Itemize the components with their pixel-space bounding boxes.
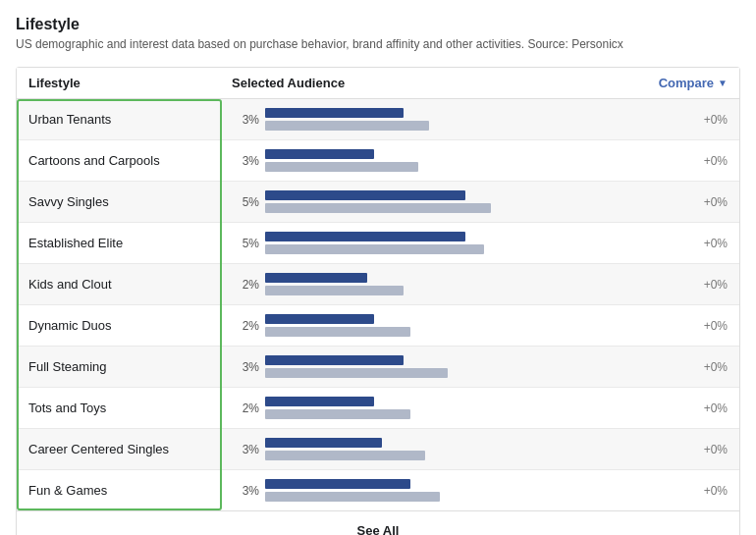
table-body: Urban Tenants 3% +0% Cartoons and Carpoo… (17, 99, 739, 510)
compare-bar (265, 327, 410, 337)
compare-value: +0% (629, 237, 728, 250)
percentage-label: 3% (232, 154, 259, 168)
lifestyle-table: Lifestyle Selected Audience Compare ▼ Ur… (16, 67, 740, 535)
bar-container (265, 232, 629, 254)
bar-container (265, 438, 629, 460)
bar-container (265, 314, 629, 337)
percentage-label: 5% (232, 195, 259, 209)
row-data: 3% (232, 149, 629, 172)
see-all-row: See All (17, 510, 739, 535)
page-container: Lifestyle US demographic and interest da… (0, 0, 756, 535)
table-header: Lifestyle Selected Audience Compare ▼ (17, 68, 739, 99)
compare-value: +0% (629, 360, 728, 374)
percentage-label: 2% (232, 401, 259, 415)
selected-audience-bar (265, 232, 465, 241)
compare-value: +0% (629, 278, 728, 292)
percentage-label: 3% (232, 360, 259, 374)
lifestyle-name: Savvy Singles (28, 194, 232, 209)
selected-audience-bar (265, 397, 374, 406)
compare-bar (265, 121, 429, 131)
lifestyle-name: Fun & Games (28, 483, 232, 498)
selected-audience-bar (265, 273, 367, 283)
bar-container (265, 273, 629, 295)
compare-bar (265, 203, 491, 213)
bar-container (265, 190, 629, 213)
bar-container (265, 355, 629, 378)
compare-button[interactable]: Compare ▼ (629, 76, 728, 90)
row-data: 3% (232, 438, 629, 460)
see-all-button[interactable]: See All (357, 523, 400, 535)
selected-audience-bar (265, 149, 374, 159)
compare-value: +0% (629, 401, 728, 415)
lifestyle-name: Kids and Clout (28, 277, 232, 292)
selected-audience-bar (265, 108, 404, 118)
lifestyle-name: Cartoons and Carpools (28, 153, 232, 168)
lifestyle-name: Career Centered Singles (28, 442, 232, 456)
table-row: Fun & Games 3% +0% (17, 470, 739, 510)
percentage-label: 2% (232, 319, 259, 333)
percentage-label: 3% (232, 113, 259, 127)
rows-wrapper: Urban Tenants 3% +0% Cartoons and Carpoo… (17, 99, 739, 510)
row-data: 3% (232, 479, 629, 502)
page-subtitle: US demographic and interest data based o… (16, 37, 740, 51)
table-row: Established Elite 5% +0% (17, 223, 739, 264)
percentage-label: 5% (232, 237, 259, 250)
table-row: Career Centered Singles 3% +0% (17, 429, 739, 470)
percentage-label: 3% (232, 484, 259, 498)
compare-bar (265, 451, 425, 460)
compare-bar (265, 409, 410, 419)
table-row: Full Steaming 3% +0% (17, 347, 739, 388)
compare-value: +0% (629, 195, 728, 209)
compare-value: +0% (629, 319, 728, 333)
col-header-audience: Selected Audience (232, 76, 629, 90)
table-row: Cartoons and Carpools 3% +0% (17, 140, 739, 182)
compare-bar (265, 368, 448, 378)
row-data: 2% (232, 273, 629, 295)
table-row: Kids and Clout 2% +0% (17, 264, 739, 305)
lifestyle-name: Established Elite (28, 236, 232, 250)
bar-container (265, 108, 629, 131)
compare-bar (265, 286, 404, 295)
percentage-label: 2% (232, 278, 259, 292)
bar-container (265, 397, 629, 419)
lifestyle-name: Full Steaming (28, 359, 232, 374)
row-data: 3% (232, 108, 629, 131)
selected-audience-bar (265, 190, 465, 200)
lifestyle-name: Dynamic Duos (28, 318, 232, 333)
compare-bar (265, 492, 440, 502)
bar-container (265, 479, 629, 502)
selected-audience-bar (265, 479, 410, 489)
compare-value: +0% (629, 443, 728, 456)
table-row: Tots and Toys 2% +0% (17, 388, 739, 429)
row-data: 2% (232, 397, 629, 419)
row-data: 5% (232, 190, 629, 213)
compare-bar (265, 162, 418, 172)
table-row: Dynamic Duos 2% +0% (17, 305, 739, 347)
bar-container (265, 149, 629, 172)
selected-audience-bar (265, 314, 374, 324)
percentage-label: 3% (232, 443, 259, 456)
row-data: 2% (232, 314, 629, 337)
compare-value: +0% (629, 113, 728, 127)
table-row: Urban Tenants 3% +0% (17, 99, 739, 140)
compare-value: +0% (629, 484, 728, 498)
compare-bar (265, 244, 484, 254)
row-data: 5% (232, 232, 629, 254)
chevron-down-icon: ▼ (718, 78, 728, 88)
lifestyle-name: Urban Tenants (28, 112, 232, 127)
selected-audience-bar (265, 355, 404, 365)
lifestyle-name: Tots and Toys (28, 401, 232, 415)
table-row: Savvy Singles 5% +0% (17, 182, 739, 223)
row-data: 3% (232, 355, 629, 378)
selected-audience-bar (265, 438, 382, 448)
page-title: Lifestyle (16, 16, 740, 33)
compare-value: +0% (629, 154, 728, 168)
col-header-lifestyle: Lifestyle (28, 76, 232, 90)
